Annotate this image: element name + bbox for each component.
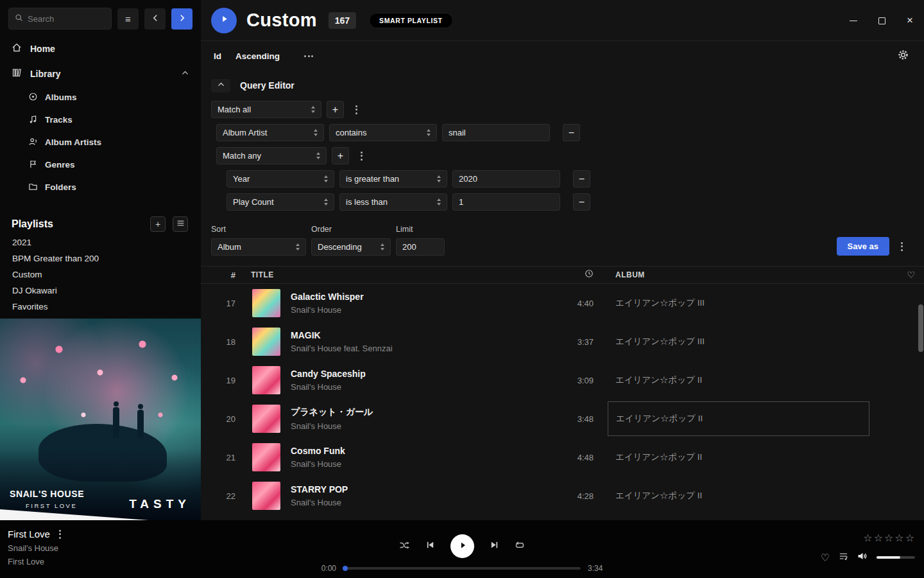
col-duration[interactable] <box>537 269 595 281</box>
track-row[interactable]: 22 STARRY POP Snail's House 4:28 エイリアン☆ポ… <box>201 477 924 515</box>
albums-icon <box>28 92 38 103</box>
save-as-button[interactable]: Save as <box>837 237 889 256</box>
limit-input[interactable] <box>402 242 438 252</box>
sidebar-item-album-artists[interactable]: Album Artists <box>0 131 201 153</box>
track-album-focused-cell[interactable]: エイリアン☆ポップ II <box>608 401 869 436</box>
select-value: contains <box>336 128 366 137</box>
rule-field-select[interactable]: Year <box>227 170 334 188</box>
rule-operator-select[interactable]: is greater than <box>339 170 447 188</box>
star-icon[interactable]: ☆ <box>874 532 884 544</box>
group-menu-button[interactable] <box>349 101 363 118</box>
scrollbar-thumb[interactable] <box>918 304 923 352</box>
track-count-badge: 167 <box>329 12 356 29</box>
queue-button[interactable] <box>839 552 848 564</box>
favorite-button[interactable]: ♡ <box>821 552 830 564</box>
track-menu-button[interactable] <box>59 530 61 539</box>
query-sort-select[interactable]: Album <box>211 238 306 256</box>
track-number: 21 <box>201 453 242 462</box>
playlist-item[interactable]: DJ Okawari <box>0 283 201 299</box>
maximize-button[interactable] <box>868 6 896 35</box>
playhead[interactable] <box>343 566 348 571</box>
sidebar-item-genres[interactable]: Genres <box>0 153 201 176</box>
col-title[interactable]: TITLE <box>242 270 537 279</box>
menu-button[interactable]: ≡ <box>117 8 139 30</box>
playlist-item[interactable]: 2021 <box>0 234 201 250</box>
add-rule-button[interactable]: + <box>332 147 349 164</box>
match-mode-select[interactable]: Match all <box>211 101 321 118</box>
artwork-brand-text: TASTY <box>129 497 191 511</box>
track-row[interactable]: 19 Candy Spaceship Snail's House 3:09 エイ… <box>201 361 924 399</box>
track-row[interactable]: 20 プラネット・ガール Snail's House 3:48 エイリアン☆ポッ… <box>201 399 924 438</box>
mute-button[interactable] <box>857 551 868 564</box>
rule-value-field[interactable] <box>452 170 560 188</box>
collapse-library-icon[interactable] <box>181 69 189 79</box>
close-button[interactable]: × <box>896 6 924 35</box>
playlist-item[interactable]: Favorites <box>0 299 201 315</box>
sidebar-item-home[interactable]: Home <box>0 36 201 61</box>
collapse-query-editor-button[interactable] <box>211 79 230 92</box>
meatball-icon[interactable] <box>304 55 313 57</box>
sidebar-item-library[interactable]: Library <box>0 61 201 86</box>
remove-rule-button[interactable]: − <box>573 193 590 211</box>
sort-field-button[interactable]: Id <box>214 51 221 61</box>
group-menu-button[interactable] <box>354 147 368 164</box>
rule-value-input[interactable] <box>459 174 554 184</box>
sidebar-item-albums[interactable]: Albums <box>0 86 201 109</box>
star-icon[interactable]: ☆ <box>905 532 915 544</box>
sidebar-item-folders[interactable]: Folders <box>0 176 201 198</box>
playlist-item[interactable]: BPM Greater than 200 <box>0 250 201 267</box>
track-row[interactable]: 18 MAGIK Snail's House feat. Sennzai 3:3… <box>201 322 924 361</box>
track-duration: 4:28 <box>537 491 595 501</box>
settings-button[interactable] <box>898 49 909 63</box>
search-input[interactable] <box>28 14 98 24</box>
volume-slider[interactable] <box>877 556 915 559</box>
sort-toolbar: Id Ascending <box>201 41 924 71</box>
track-title: Candy Spaceship <box>291 369 537 379</box>
star-icon[interactable]: ☆ <box>894 532 904 544</box>
rule-value-input[interactable] <box>459 197 554 207</box>
minimize-button[interactable] <box>839 6 868 35</box>
rule-value-field[interactable] <box>442 124 550 141</box>
now-playing-artist: Snail's House <box>8 543 61 553</box>
limit-field[interactable] <box>396 238 445 256</box>
match-mode-select[interactable]: Match any <box>216 147 327 164</box>
chevron-right-icon <box>178 13 187 24</box>
maximize-icon <box>878 17 886 24</box>
col-index[interactable]: # <box>201 270 242 280</box>
rule-operator-select[interactable]: is less than <box>339 193 447 211</box>
nav-back-button[interactable] <box>144 8 166 30</box>
repeat-button[interactable] <box>515 540 525 553</box>
next-button[interactable] <box>490 540 499 552</box>
shuffle-button[interactable] <box>399 540 410 553</box>
now-playing-info: First Love Snail's House First Love <box>8 529 61 566</box>
rule-value-field[interactable] <box>452 193 560 211</box>
seek-bar[interactable] <box>343 567 581 570</box>
rule-field-select[interactable]: Album Artist <box>216 124 324 141</box>
add-rule-button[interactable]: + <box>327 101 344 118</box>
track-row[interactable]: 17 Galactic Whisper Snail's House 4:40 エ… <box>201 284 924 322</box>
remove-rule-button[interactable]: − <box>563 124 580 141</box>
col-album[interactable]: ALBUM <box>595 270 891 279</box>
rule-operator-select[interactable]: contains <box>329 124 437 141</box>
playlist-view-button[interactable] <box>173 216 188 232</box>
sort-direction-button[interactable]: Ascending <box>235 51 280 61</box>
star-icon[interactable]: ☆ <box>863 532 873 544</box>
play-pause-button[interactable] <box>450 534 474 558</box>
nav-forward-button[interactable] <box>171 8 193 30</box>
rule-value-input[interactable] <box>449 128 543 137</box>
previous-button[interactable] <box>425 540 435 552</box>
col-favorite[interactable]: ♡ <box>891 270 924 280</box>
star-icon[interactable]: ☆ <box>884 532 894 544</box>
sidebar-item-tracks[interactable]: Tracks <box>0 109 201 131</box>
playlist-item[interactable]: Custom <box>0 267 201 283</box>
play-playlist-button[interactable] <box>211 8 237 33</box>
main-panel: Custom 167 SMART PLAYLIST × Id Ascending <box>201 0 924 520</box>
add-playlist-button[interactable]: + <box>150 216 166 232</box>
search-box[interactable] <box>8 8 112 30</box>
save-menu-button[interactable] <box>894 237 909 256</box>
track-row[interactable]: 21 Cosmo Funk Snail's House 4:48 エイリアン☆ポ… <box>201 438 924 477</box>
playlist-header: Custom 167 SMART PLAYLIST × <box>201 0 924 41</box>
remove-rule-button[interactable]: − <box>573 170 590 188</box>
query-order-select[interactable]: Descending <box>311 238 391 256</box>
rule-field-select[interactable]: Play Count <box>227 193 334 211</box>
